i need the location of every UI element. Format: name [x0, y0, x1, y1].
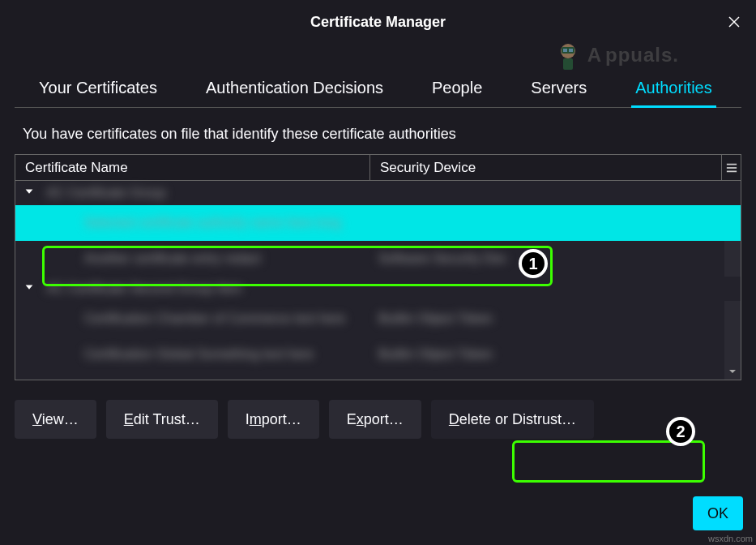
table-row-selected[interactable]: Selected certificate authority name here…: [15, 205, 741, 241]
chevron-down-icon: [23, 281, 38, 296]
tab-people[interactable]: People: [428, 79, 486, 107]
close-icon: [727, 15, 741, 29]
ok-button[interactable]: OK: [693, 496, 743, 530]
window-title: Certificate Manager: [310, 14, 446, 31]
table-row[interactable]: Certification Global Something text here…: [15, 337, 741, 372]
cert-name-redacted: Certification Global Something text here: [23, 347, 378, 362]
export-button[interactable]: Export…: [329, 400, 421, 439]
edit-trust-button[interactable]: Edit Trust…: [106, 400, 218, 439]
cert-name-redacted: Selected certificate authority name here…: [23, 216, 378, 230]
svg-rect-4: [563, 49, 567, 52]
group-label-redacted: AC Certificate Second Group Item: [41, 281, 242, 296]
cert-device-redacted: Builtin Object Token: [378, 311, 741, 326]
source-watermark: wsxdn.com: [708, 534, 753, 543]
certificate-table: Certificate Name Security Device AC Cert…: [15, 154, 741, 380]
annotation-badge-2: 2: [666, 417, 695, 446]
group-label-redacted: AC Certificate Group: [41, 186, 166, 200]
tab-authentication-decisions[interactable]: Authentication Decisions: [202, 79, 387, 107]
close-button[interactable]: [724, 12, 744, 32]
tree-group-row[interactable]: AC Certificate Group: [15, 181, 741, 205]
cert-name-redacted: Certification Chamber of Commerce text h…: [23, 311, 378, 326]
column-header-name[interactable]: Certificate Name: [15, 155, 370, 180]
svg-rect-5: [569, 49, 573, 52]
watermark-logo: Appuals.: [552, 39, 679, 71]
annotation-badge-1: 1: [519, 249, 548, 278]
mascot-icon: [552, 39, 584, 71]
tab-description: You have certificates on file that ident…: [15, 108, 741, 154]
view-button[interactable]: View…: [15, 400, 96, 439]
import-button[interactable]: Import…: [228, 400, 319, 439]
table-body: AC Certificate Group Selected certificat…: [15, 181, 741, 380]
tab-servers[interactable]: Servers: [527, 79, 591, 107]
column-header-device[interactable]: Security Device: [370, 155, 741, 180]
table-row[interactable]: Certification Chamber of Commerce text h…: [15, 301, 741, 337]
chevron-down-icon: [23, 186, 38, 200]
table-row[interactable]: Another certificate entry redact Softwar…: [15, 241, 741, 277]
svg-rect-6: [563, 58, 573, 70]
tree-group-row[interactable]: AC Certificate Second Group Item: [15, 277, 741, 301]
svg-rect-8: [726, 167, 736, 169]
delete-distrust-button[interactable]: Delete or Distrust…: [431, 400, 594, 439]
annotation-highlight-2: [512, 440, 705, 483]
action-button-row: View… Edit Trust… Import… Export… Delete…: [15, 390, 741, 439]
tab-authorities[interactable]: Authorities: [631, 79, 716, 108]
cert-device-redacted: Builtin Object Token: [378, 347, 741, 362]
svg-rect-9: [726, 171, 736, 173]
tab-your-certificates[interactable]: Your Certificates: [35, 79, 161, 107]
cert-name-redacted: Another certificate entry redact: [23, 251, 378, 266]
cert-device-redacted: Software Security Dev: [378, 251, 741, 266]
column-picker-icon[interactable]: [721, 155, 741, 181]
svg-rect-7: [726, 164, 736, 165]
table-header: Certificate Name Security Device: [15, 155, 741, 181]
